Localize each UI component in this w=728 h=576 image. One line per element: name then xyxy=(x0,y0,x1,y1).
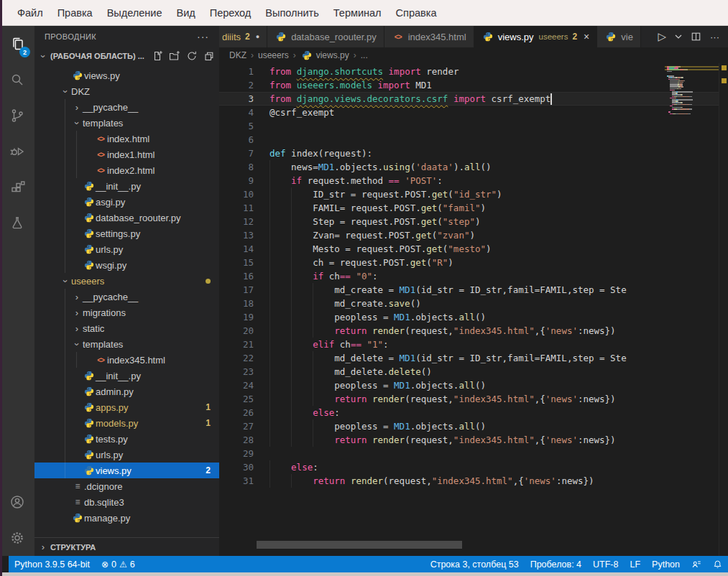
tree-file[interactable]: settings.py xyxy=(34,226,219,241)
code-line[interactable]: 18md_create.save() xyxy=(219,297,719,310)
menu-item[interactable]: Файл xyxy=(10,7,50,19)
menu-item[interactable]: Справка xyxy=(389,7,444,19)
tree-file[interactable]: __init__.py xyxy=(34,368,219,384)
code-line[interactable]: 6 xyxy=(219,133,719,147)
code-line[interactable]: 24peopless = MD1.objects.all() xyxy=(219,378,719,392)
tree-file[interactable]: <>index.html xyxy=(34,131,219,147)
tree-folder[interactable]: ›DKZ xyxy=(34,83,219,99)
close-icon[interactable]: × xyxy=(584,31,589,42)
tree-folder[interactable]: ›__pycache__ xyxy=(34,99,219,115)
cursor-position[interactable]: Строка 3, столбец 53 xyxy=(425,559,525,570)
vertical-scrollbar[interactable] xyxy=(719,63,728,556)
code-line[interactable]: 8news=MD1.objects.using('daata').all() xyxy=(219,160,719,174)
tree-file[interactable]: views.py xyxy=(34,68,219,83)
tree-file[interactable]: ≡db.sqlite3 xyxy=(34,494,219,510)
outline-section-header[interactable]: › СТРУКТУРА xyxy=(34,537,219,556)
tree-file[interactable]: urls.py xyxy=(34,241,219,257)
tree-folder[interactable]: ›__pycache__ xyxy=(34,289,219,305)
code-line[interactable]: 20return render(request,"index345.html",… xyxy=(219,324,719,338)
account-icon[interactable] xyxy=(0,484,34,520)
breadcrumb-item[interactable]: ... xyxy=(361,50,368,60)
problems[interactable]: ⊗0⚠6 xyxy=(96,559,141,570)
settings-gear-icon[interactable] xyxy=(0,520,34,556)
tree-file[interactable]: <>index345.html xyxy=(34,352,219,368)
code-line[interactable]: 9if request.method == 'POST': xyxy=(219,174,719,187)
code-line[interactable]: 14Mesto = request.POST.get("mesto") xyxy=(219,242,719,256)
code-line[interactable]: 2from useeers.models import MD1 xyxy=(219,78,719,92)
menu-item[interactable]: Вид xyxy=(169,7,202,19)
tree-file[interactable]: asgi.py xyxy=(34,194,219,210)
tree-file[interactable]: urls.py xyxy=(34,447,219,463)
new-file-icon[interactable] xyxy=(152,50,163,62)
python-interpreter[interactable]: Python 3.9.5 64-bit xyxy=(9,559,96,570)
tree-file[interactable]: views.py2 xyxy=(34,463,219,478)
tree-folder[interactable]: ›useeers xyxy=(34,273,219,289)
horizontal-scrollbar[interactable] xyxy=(257,541,462,549)
menu-item[interactable]: Выполнить xyxy=(258,7,326,19)
explorer-more-actions-icon[interactable]: ··· xyxy=(197,31,209,42)
code-line[interactable]: 13Zvan= request.POST.get("zvan") xyxy=(219,228,719,242)
tree-file[interactable]: __init__.py xyxy=(34,178,219,194)
code-line[interactable]: 23md_delete.delete() xyxy=(219,365,719,378)
breadcrumb-item[interactable]: DKZ xyxy=(229,50,246,60)
editor-tab[interactable]: diiits2● xyxy=(219,26,267,47)
more-actions-icon[interactable]: ··· xyxy=(710,32,719,42)
code-line[interactable]: 29 xyxy=(219,447,719,460)
minimap[interactable] xyxy=(667,66,717,115)
editor-tab[interactable]: database_roouter.py xyxy=(267,26,384,47)
tree-file[interactable]: database_roouter.py xyxy=(34,210,219,226)
tree-file[interactable]: apps.py1 xyxy=(34,399,219,415)
code-editor[interactable]: 1from django.shortcuts import render2fro… xyxy=(219,63,728,556)
code-line[interactable]: 15ch = request.POST.get("R") xyxy=(219,256,719,269)
menu-item[interactable]: Терминал xyxy=(326,7,389,19)
code-line[interactable]: 12Step = request.POST.get("step") xyxy=(219,215,719,228)
editor-tab[interactable]: vie xyxy=(597,26,641,47)
menu-item[interactable]: Переход xyxy=(203,7,259,19)
editor-tab[interactable]: views.pyuseeers2× xyxy=(474,26,598,47)
breadcrumb-item[interactable]: views.py xyxy=(300,50,349,60)
tree-folder[interactable]: ›static xyxy=(34,320,219,336)
code-line[interactable]: 10ID_str = request.POST.get("id_str") xyxy=(219,187,719,201)
tree-file[interactable]: ≡.dcignore xyxy=(34,478,219,494)
collapse-all-icon[interactable] xyxy=(203,50,215,62)
tree-file[interactable]: <>index2.html xyxy=(34,162,219,178)
tree-file[interactable]: wsgi.py xyxy=(34,257,219,273)
tree-file[interactable]: <>index1.html xyxy=(34,147,219,162)
language-mode[interactable]: Python xyxy=(646,559,686,570)
code-line[interactable]: 22md_delete = MD1(id_str = ID_str,famil=… xyxy=(219,351,719,365)
indentation[interactable]: Пробелов: 4 xyxy=(525,559,587,570)
code-line[interactable]: 1from django.shortcuts import render xyxy=(219,65,719,78)
code-line[interactable]: 21elif ch== "1": xyxy=(219,338,719,351)
run-icon[interactable]: ▷ xyxy=(658,30,666,43)
testing-icon[interactable] xyxy=(0,205,34,241)
tree-folder[interactable]: ›migrations xyxy=(34,305,219,320)
menu-item[interactable]: Выделение xyxy=(100,7,170,19)
tree-file[interactable]: tests.py xyxy=(34,431,219,447)
code-line[interactable]: 5 xyxy=(219,119,719,133)
code-line[interactable]: 16if ch== "0": xyxy=(219,269,719,283)
code-line[interactable]: 17md_create = MD1(id_str = ID_str,famil=… xyxy=(219,283,719,297)
notifications-bell-icon[interactable] xyxy=(707,559,728,570)
code-line[interactable]: 26else: xyxy=(219,406,719,419)
tree-file[interactable]: admin.py xyxy=(34,384,219,399)
code-line[interactable]: 31return render(request,"index345.html",… xyxy=(219,474,719,488)
code-line[interactable]: 28return render(request,"index345.html",… xyxy=(219,433,719,447)
editor-tab[interactable]: <>index345.html xyxy=(384,26,474,47)
new-folder-icon[interactable] xyxy=(169,50,180,62)
tree-file[interactable]: models.py1 xyxy=(34,415,219,431)
breadcrumb-item[interactable]: useeers xyxy=(258,50,289,60)
tree-file[interactable]: manage.py xyxy=(34,510,219,526)
run-dropdown-icon[interactable] xyxy=(675,34,682,40)
code-line[interactable]: 30else: xyxy=(219,460,719,474)
code-line[interactable]: 4@csrf_exempt xyxy=(219,106,719,119)
split-editor-icon[interactable] xyxy=(691,32,701,42)
feedback-icon[interactable] xyxy=(686,559,707,570)
code-line[interactable]: 25return render(request,"index345.html",… xyxy=(219,392,719,406)
search-icon[interactable] xyxy=(0,62,34,98)
menu-item[interactable]: Правка xyxy=(50,7,100,19)
run-debug-icon[interactable] xyxy=(0,134,34,169)
code-line[interactable]: 27peopless = MD1.objects.all() xyxy=(219,419,719,433)
refresh-icon[interactable] xyxy=(186,50,198,62)
code-line[interactable]: 7def index(request): xyxy=(219,147,719,160)
encoding[interactable]: UTF-8 xyxy=(587,559,624,570)
